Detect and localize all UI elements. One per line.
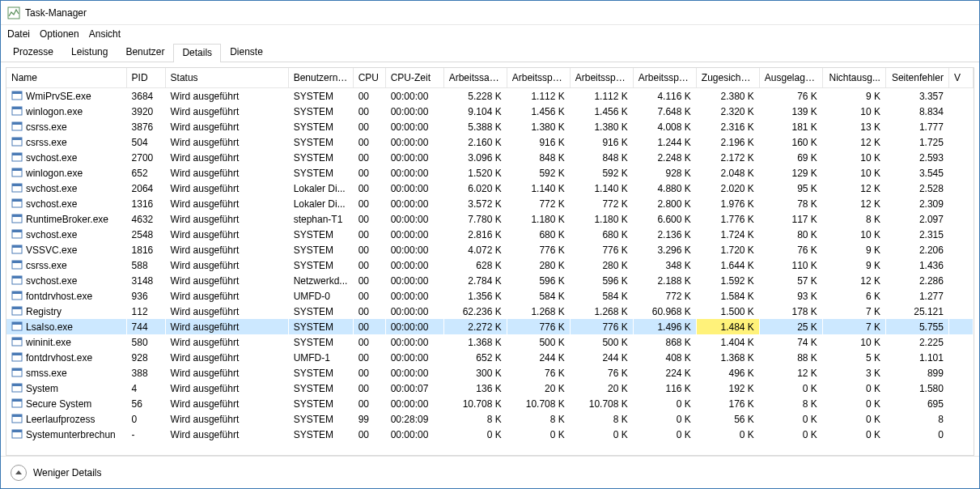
col-name[interactable]: Name — [6, 68, 126, 88]
table-row[interactable]: wininit.exe580Wird ausgeführtSYSTEM0000:… — [6, 334, 974, 350]
cell-ws: 62.236 K — [443, 304, 507, 319]
cell-np: 0 K — [822, 411, 885, 427]
cell-m3: 772 K — [633, 288, 696, 304]
tab-users[interactable]: Benutzer — [117, 43, 173, 62]
table-row[interactable]: csrss.exe588Wird ausgeführtSYSTEM0000:00… — [6, 257, 974, 273]
cell-pid: 744 — [126, 319, 165, 334]
cell-m1: 1.268 K — [507, 304, 570, 319]
col-pagefaults[interactable]: Seitenfehler — [885, 68, 948, 88]
cell-ws: 2.784 K — [443, 273, 507, 288]
table-row[interactable]: fontdrvhost.exe928Wird ausgeführtUMFD-10… — [6, 350, 974, 365]
svg-rect-46 — [12, 430, 22, 432]
col-cputime[interactable]: CPU-Zeit — [385, 68, 443, 88]
table-row[interactable]: Leerlaufprozess0Wird ausgeführtSYSTEM990… — [6, 411, 974, 427]
menu-file[interactable]: Datei — [7, 28, 30, 40]
menu-options[interactable]: Optionen — [40, 28, 79, 40]
cell-m3: 0 K — [633, 411, 696, 427]
col-cpu[interactable]: CPU — [353, 68, 385, 88]
table-row[interactable]: Registry112Wird ausgeführtSYSTEM0000:00:… — [6, 304, 974, 319]
col-paged[interactable]: Ausgelager... — [759, 68, 822, 88]
col-commit[interactable]: Zugesicher... — [696, 68, 759, 88]
cell-pf: 8 — [885, 411, 948, 427]
cell-pf: 2.206 — [885, 242, 948, 257]
cell-cm: 1.644 K — [696, 257, 759, 273]
cell-m1: 680 K — [507, 227, 570, 242]
process-table-wrap[interactable]: Name PID Status Benutzerna... CPU CPU-Ze… — [6, 67, 974, 456]
col-pid[interactable]: PID — [126, 68, 165, 88]
table-row[interactable]: System4Wird ausgeführtSYSTEM0000:00:0713… — [6, 381, 974, 396]
cell-cpu: 00 — [353, 304, 385, 319]
table-row[interactable]: svchost.exe3148Wird ausgeführtNetzwerkd.… — [6, 273, 974, 288]
tab-services[interactable]: Dienste — [221, 43, 272, 62]
cell-np: 0 K — [822, 427, 885, 442]
cell-cput: 00:00:00 — [385, 273, 443, 288]
process-name: winlogon.exe — [26, 106, 83, 117]
table-row[interactable]: winlogon.exe3920Wird ausgeführtSYSTEM000… — [6, 104, 974, 119]
cell-pg: 139 K — [759, 104, 822, 119]
table-row[interactable]: svchost.exe2700Wird ausgeführtSYSTEM0000… — [6, 150, 974, 165]
cell-np: 12 K — [822, 134, 885, 150]
column-headers: Name PID Status Benutzerna... CPU CPU-Ze… — [6, 68, 974, 88]
cell-cpu: 00 — [353, 211, 385, 227]
cell-cput: 00:00:00 — [385, 319, 443, 334]
tab-performance[interactable]: Leistung — [62, 43, 117, 62]
cell-v — [948, 227, 973, 242]
cell-cpu: 00 — [353, 134, 385, 150]
cell-pid: 0 — [126, 411, 165, 427]
col-status[interactable]: Status — [165, 68, 288, 88]
cell-ws: 1.520 K — [443, 165, 507, 181]
table-row[interactable]: Secure System56Wird ausgeführtSYSTEM0000… — [6, 396, 974, 411]
titlebar[interactable]: Task-Manager — [1, 1, 979, 25]
cell-pg: 25 K — [759, 319, 822, 334]
table-row[interactable]: Systemunterbrechun-Wird ausgeführtSYSTEM… — [6, 427, 974, 442]
cell-ws: 1.368 K — [443, 334, 507, 350]
col-workingset[interactable]: Arbeitssatz... — [443, 68, 507, 88]
cell-m2: 500 K — [570, 334, 633, 350]
window-title: Task-Manager — [25, 7, 87, 19]
cell-np: 0 K — [822, 381, 885, 396]
table-row[interactable]: RuntimeBroker.exe4632Wird ausgeführtstep… — [6, 211, 974, 227]
cell-m3: 1.496 K — [633, 319, 696, 334]
table-row[interactable]: fontdrvhost.exe936Wird ausgeführtUMFD-00… — [6, 288, 974, 304]
cell-pf: 3.545 — [885, 165, 948, 181]
cell-cm: 1.584 K — [696, 288, 759, 304]
cell-user: UMFD-0 — [288, 288, 353, 304]
col-v[interactable]: V — [948, 68, 973, 88]
table-row[interactable]: smss.exe388Wird ausgeführtSYSTEM0000:00:… — [6, 365, 974, 381]
cell-cm: 1.484 K — [696, 319, 759, 334]
table-row[interactable]: LsaIso.exe744Wird ausgeführtSYSTEM0000:0… — [6, 319, 974, 334]
table-row[interactable]: svchost.exe2064Wird ausgeführtLokaler Di… — [6, 181, 974, 196]
cell-m3: 2.188 K — [633, 273, 696, 288]
cell-cm: 1.500 K — [696, 304, 759, 319]
col-nonpaged[interactable]: Nichtausg... — [822, 68, 885, 88]
cell-pg: 74 K — [759, 334, 822, 350]
col-mem2[interactable]: Arbeitsspei... — [570, 68, 633, 88]
tab-processes[interactable]: Prozesse — [4, 43, 62, 62]
process-name: VSSVC.exe — [26, 244, 77, 256]
cell-pg: 80 K — [759, 227, 822, 242]
table-row[interactable]: winlogon.exe652Wird ausgeführtSYSTEM0000… — [6, 165, 974, 181]
col-user[interactable]: Benutzerna... — [288, 68, 353, 88]
table-row[interactable]: svchost.exe1316Wird ausgeführtLokaler Di… — [6, 196, 974, 211]
table-row[interactable]: VSSVC.exe1816Wird ausgeführtSYSTEM0000:0… — [6, 242, 974, 257]
cell-name: LsaIso.exe — [6, 319, 126, 334]
table-row[interactable]: WmiPrvSE.exe3684Wird ausgeführtSYSTEM000… — [6, 88, 974, 104]
table-row[interactable]: svchost.exe2548Wird ausgeführtSYSTEM0000… — [6, 227, 974, 242]
cell-ws: 2.816 K — [443, 227, 507, 242]
cell-status: Wird ausgeführt — [165, 427, 288, 442]
cell-cpu: 00 — [353, 196, 385, 211]
process-name: csrss.exe — [26, 137, 67, 148]
cell-pg: 95 K — [759, 181, 822, 196]
tab-details[interactable]: Details — [173, 44, 221, 62]
process-icon — [11, 136, 23, 147]
fewer-details-toggle[interactable] — [11, 465, 27, 481]
table-row[interactable]: csrss.exe3876Wird ausgeführtSYSTEM0000:0… — [6, 119, 974, 134]
cell-cput: 00:00:00 — [385, 242, 443, 257]
cell-pf: 2.225 — [885, 334, 948, 350]
table-row[interactable]: csrss.exe504Wird ausgeführtSYSTEM0000:00… — [6, 134, 974, 150]
col-mem1[interactable]: Arbeitsspei... — [507, 68, 570, 88]
col-mem3[interactable]: Arbeitsspei... — [633, 68, 696, 88]
cell-m2: 592 K — [570, 165, 633, 181]
cell-name: csrss.exe — [6, 119, 126, 134]
menu-view[interactable]: Ansicht — [89, 28, 121, 40]
